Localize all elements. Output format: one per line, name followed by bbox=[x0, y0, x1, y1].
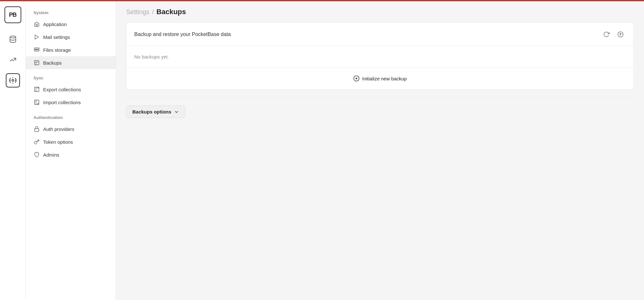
init-backup-label: Initialize new backup bbox=[362, 76, 407, 81]
home-icon bbox=[33, 21, 40, 27]
backups-options-button[interactable]: Backups options bbox=[126, 105, 185, 118]
key-icon bbox=[33, 139, 40, 145]
sidebar-item-mail-label: Mail settings bbox=[43, 34, 70, 40]
sidebar-item-auth-providers-label: Auth providers bbox=[43, 126, 74, 132]
sidebar-item-token-label: Token options bbox=[43, 139, 73, 145]
breadcrumb: Settings / Backups bbox=[126, 8, 634, 16]
breadcrumb-settings-link[interactable]: Settings bbox=[126, 8, 149, 16]
mail-icon bbox=[33, 34, 40, 40]
svg-rect-11 bbox=[34, 60, 39, 65]
icon-sidebar: PB bbox=[0, 1, 26, 300]
sidebar-item-files-storage[interactable]: Files storage bbox=[26, 43, 116, 56]
app-logo[interactable]: PB bbox=[5, 6, 21, 23]
svg-rect-18 bbox=[34, 129, 39, 131]
sidebar-item-application-label: Application bbox=[43, 22, 67, 27]
svg-point-1 bbox=[12, 79, 14, 81]
sidebar-item-export-label: Export collections bbox=[43, 87, 81, 92]
svg-rect-8 bbox=[34, 50, 39, 51]
svg-point-0 bbox=[10, 36, 16, 38]
sidebar-item-admins[interactable]: Admins bbox=[26, 148, 116, 161]
svg-rect-7 bbox=[34, 48, 39, 49]
backups-options-label: Backups options bbox=[132, 109, 171, 114]
export-icon bbox=[33, 86, 40, 93]
sidebar-item-auth-providers[interactable]: Auth providers bbox=[26, 123, 116, 135]
sidebar-item-application[interactable]: Application bbox=[26, 18, 116, 31]
refresh-button[interactable] bbox=[601, 29, 611, 40]
card-header: Backup and restore your PocketBase data bbox=[127, 23, 633, 46]
sidebar-item-backups-label: Backups bbox=[43, 60, 62, 66]
sidebar-item-backups[interactable]: Backups bbox=[26, 56, 116, 69]
sidebar-item-files-label: Files storage bbox=[43, 47, 71, 53]
nav-tools[interactable] bbox=[6, 73, 20, 87]
nav-database[interactable] bbox=[6, 32, 20, 46]
sidebar-item-token-options[interactable]: Token options bbox=[26, 135, 116, 148]
sidebar-item-import-label: Import collections bbox=[43, 100, 81, 105]
init-backup-button[interactable]: Initialize new backup bbox=[348, 73, 412, 84]
section-label-system: System bbox=[26, 8, 116, 18]
section-label-auth: Authentication bbox=[26, 113, 116, 123]
sidebar-item-export-collections[interactable]: Export collections bbox=[26, 83, 116, 96]
backups-card: Backup and restore your PocketBase data … bbox=[126, 23, 634, 90]
card-title: Backup and restore your PocketBase data bbox=[134, 32, 597, 37]
backups-icon bbox=[33, 59, 40, 66]
page-header: Settings / Backups bbox=[116, 1, 644, 23]
main-content: Settings / Backups Backup and restore yo… bbox=[116, 1, 644, 300]
empty-message: No backups yet. bbox=[127, 46, 633, 68]
breadcrumb-separator: / bbox=[152, 8, 154, 16]
svg-point-19 bbox=[34, 141, 37, 144]
section-divider bbox=[126, 97, 634, 98]
content-inner: Backup and restore your PocketBase data … bbox=[116, 23, 644, 128]
import-icon bbox=[33, 99, 40, 105]
storage-icon bbox=[33, 47, 40, 53]
section-label-sync: Sync bbox=[26, 73, 116, 83]
shield-icon bbox=[33, 151, 40, 158]
breadcrumb-current: Backups bbox=[156, 8, 186, 16]
init-backup-row: Initialize new backup bbox=[127, 68, 633, 89]
svg-marker-6 bbox=[35, 35, 39, 39]
sidebar-item-admins-label: Admins bbox=[43, 152, 59, 158]
upload-button[interactable] bbox=[615, 29, 626, 40]
sidebar-item-mail-settings[interactable]: Mail settings bbox=[26, 31, 116, 43]
sidebar-item-import-collections[interactable]: Import collections bbox=[26, 96, 116, 109]
nav-chart[interactable] bbox=[6, 53, 20, 67]
main-sidebar: System Application Mail settings Fi bbox=[26, 1, 116, 300]
lock-icon bbox=[33, 126, 40, 132]
